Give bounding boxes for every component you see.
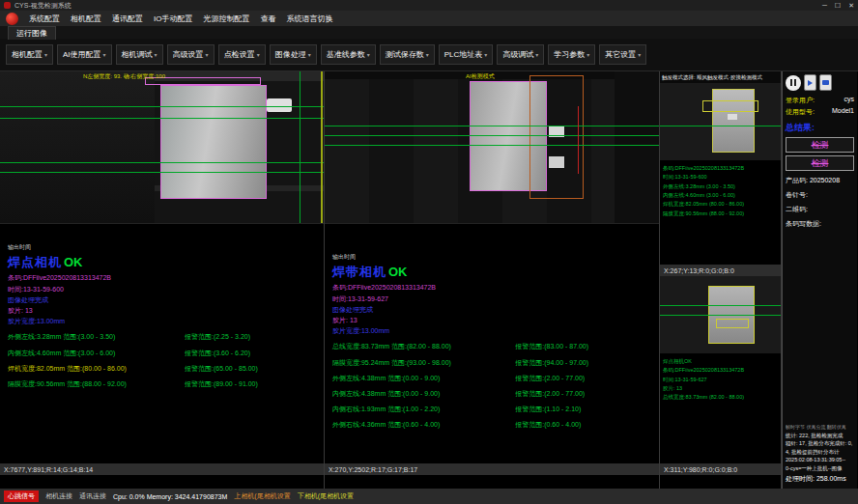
app-icon bbox=[4, 2, 11, 9]
machine-shadow bbox=[0, 71, 155, 223]
menu-camera-config[interactable]: 相机配置 bbox=[71, 14, 101, 24]
mid-camera-panel: AI检测模式 输出时间 焊带相机OK 条码:DFFiive20250208133… bbox=[325, 71, 660, 489]
stats-block: 统计: 222, 批检检测完成 辊针: 17, 批检分布完成针: 0, 4, 批… bbox=[786, 432, 854, 485]
product-code-field: 产品码: 20250208 bbox=[786, 176, 854, 185]
measure-line bbox=[325, 135, 659, 136]
main-area: N左侧宽度: 93. 确:右侧宽度:100 输出时间 焊点相机OK 条码:DFF… bbox=[0, 71, 858, 489]
thumb-panel-bottom: 焊点相机OK 条码:DFFiive2025020813313472B 时间:13… bbox=[660, 276, 781, 489]
measure-line bbox=[660, 315, 781, 316]
camera-view-mid[interactable]: AI检测模式 bbox=[325, 71, 659, 224]
toolbar-baseline-params-button[interactable]: 基准线参数 bbox=[321, 44, 376, 65]
measure-line bbox=[0, 172, 324, 173]
status-badge: OK bbox=[388, 265, 408, 279]
status-bar: 心跳信号 相机连接 通讯连接 Cpu: 0.0% Memory: 3424.41… bbox=[0, 489, 858, 504]
barcode-line: 条码:DFFiive2025020813313472B bbox=[332, 282, 653, 293]
toolbar-spot-check-button[interactable]: 点检设置 bbox=[218, 44, 266, 65]
info-sidebar: 登录用户: cys 使用型号: Model1 总结果: 检测 检测 产品码: 2… bbox=[782, 71, 857, 489]
window-title: CYS-视觉检测系统 bbox=[14, 1, 72, 11]
toolbar-image-processing-button[interactable]: 图像处理 bbox=[270, 44, 317, 65]
measurement-row: 外侧右线:4.36mm 范围:(0.60 - 4.00)报警范围:(0.60 -… bbox=[332, 419, 653, 430]
maximize-button[interactable]: ☐ bbox=[835, 2, 841, 10]
measure-line-red bbox=[578, 106, 579, 174]
total-result-label: 总结果: bbox=[786, 122, 854, 134]
toolbar-advanced-debug-button[interactable]: 高级调试 bbox=[497, 44, 544, 65]
barcode-write-field: 条码写数据: bbox=[786, 219, 854, 229]
glint-highlight bbox=[728, 114, 737, 120]
toolbar-learning-params-button[interactable]: 学习参数 bbox=[548, 44, 595, 65]
menu-io-manual-config[interactable]: IO手动配置 bbox=[154, 14, 192, 24]
menu-comm-config[interactable]: 通讯配置 bbox=[112, 14, 143, 24]
toolbar-ai-config-button[interactable]: AI使用配置 bbox=[57, 44, 112, 65]
pause-icon bbox=[790, 79, 796, 86]
status-badge: OK bbox=[64, 255, 83, 269]
measure-line bbox=[0, 118, 324, 119]
minimize-button[interactable]: ─ bbox=[822, 2, 827, 10]
model-row: 使用型号: Model1 bbox=[786, 107, 854, 117]
measurement-row: 外侧左线:4.38mm 范围:(0.00 - 9.00)报警范围:(2.00 -… bbox=[332, 373, 653, 383]
measurement-row: 隔膜宽度:95.24mm 范围:(93.00 - 98.00)报警范围:(94.… bbox=[332, 357, 653, 368]
ai-roi-box bbox=[529, 75, 584, 199]
pixel-readout-thumb-bottom: X:311;Y:980;R:0;G:0;B:0 bbox=[660, 463, 781, 475]
camera-view-thumb-top[interactable] bbox=[660, 83, 781, 160]
extra-line: 胶片宽度:13.00mm bbox=[332, 325, 653, 336]
title-bar: CYS-视觉检测系统 ─ ☐ ✕ bbox=[0, 0, 858, 11]
barcode-line: 条码:DFFiive2025020813313472B bbox=[8, 272, 318, 283]
login-user-row: 登录用户: cys bbox=[786, 96, 854, 105]
toolbar-camera-config-button[interactable]: 相机配置 bbox=[6, 44, 53, 65]
toolbar-test-save-button[interactable]: 测试保存数 bbox=[380, 44, 435, 65]
measurement-row: 外侧左线:3.28mm 范围:(3.00 - 3.50)报警范围:(2.25 -… bbox=[8, 331, 318, 342]
thumb-top-text: 条码:DFFiive2025020813313472B 时间:13-31-59-… bbox=[660, 160, 781, 265]
snapshot-button[interactable] bbox=[819, 74, 832, 91]
toolbar-camera-debug-button[interactable]: 相机调试 bbox=[116, 44, 163, 65]
measurement-row: 内侧左线:4.60mm 范围:(3.00 - 6.00)报警范围:(3.60 -… bbox=[8, 348, 318, 358]
overlay-ai-label: AI检测模式 bbox=[466, 72, 495, 81]
measure-line bbox=[0, 106, 324, 107]
qrcode-field: 二维码: bbox=[786, 205, 854, 214]
result-text-left: 输出时间 焊点相机OK 条码:DFFiive2025020813313472B … bbox=[0, 224, 324, 463]
connector-part bbox=[267, 98, 292, 112]
live-view-button[interactable] bbox=[804, 74, 816, 91]
menu-light-control-config[interactable]: 光源控制配置 bbox=[203, 14, 249, 24]
roi-box bbox=[716, 319, 749, 328]
lower-camera-label: 下相机(尾相机设置 bbox=[298, 491, 354, 501]
camera-view-left[interactable]: N左侧宽度: 93. 确:右侧宽度:100 bbox=[0, 71, 324, 224]
panel-edge-line bbox=[321, 71, 323, 223]
measure-line bbox=[660, 126, 781, 126]
toolbar-advanced-settings-button[interactable]: 高级设置 bbox=[167, 44, 214, 65]
app-logo-icon bbox=[6, 13, 18, 25]
upper-camera-label: 上相机(尾相机设置 bbox=[234, 491, 290, 501]
inspection-object bbox=[160, 85, 267, 199]
camera-link-indicator: 相机连接 bbox=[45, 491, 72, 501]
measure-line bbox=[325, 126, 659, 126]
pause-button[interactable] bbox=[786, 75, 801, 91]
pixel-readout-left: X:7677,Y:891;R:14;G:14;B:14 bbox=[0, 463, 324, 475]
measurement-row: 焊机宽度:82.05mm 范围:(80.00 - 86.00)报警范围:(65.… bbox=[8, 363, 318, 374]
tab-bar: 运行图像 bbox=[0, 26, 858, 39]
extra-line: 胶片宽度:13.00mm bbox=[8, 316, 318, 326]
toolbar-plc-address-button[interactable]: PLC地址表 bbox=[439, 44, 494, 65]
process-line: 图像处理完成 bbox=[332, 304, 653, 315]
menu-view[interactable]: 查看 bbox=[260, 14, 275, 24]
cpu-memory-readout: Cpu: 0.0% Memory: 3424.41790873M bbox=[113, 493, 227, 500]
overlay-measure-label: N左侧宽度: 93. 确:右侧宽度:100 bbox=[83, 72, 165, 81]
pre-title: 输出时间 bbox=[332, 253, 653, 263]
winding-pin-field: 卷针号: bbox=[786, 190, 854, 200]
result-headline: 焊带相机OK bbox=[332, 263, 653, 283]
result-text-mid: 输出时间 焊带相机OK 条码:DFFiive2025020813313472B … bbox=[325, 224, 659, 463]
measurement-row: 内侧左线:4.38mm 范围:(0.00 - 9.00)报警范围:(2.00 -… bbox=[332, 388, 653, 399]
thumb-panel-top: 条码:DFFiive2025020813313472B 时间:13-31-59-… bbox=[660, 83, 781, 276]
menu-bar: 系统配置 相机配置 通讯配置 IO手动配置 光源控制配置 查看 系统语言切换 bbox=[0, 11, 858, 26]
thumb-bottom-text: 焊点相机OK 条码:DFFiive2025020813313472B 时间:13… bbox=[660, 353, 781, 463]
menu-language-switch[interactable]: 系统语言切换 bbox=[286, 14, 332, 24]
camera-view-thumb-bottom[interactable] bbox=[660, 276, 781, 353]
tab-run-image[interactable]: 运行图像 bbox=[8, 26, 56, 40]
pre-title: 输出时间 bbox=[8, 243, 318, 253]
time-line: 时间:13-31-59-600 bbox=[8, 284, 318, 294]
toolbar-other-settings-button[interactable]: 其它设置 bbox=[599, 44, 646, 65]
measure-line bbox=[660, 305, 781, 306]
measure-line bbox=[0, 162, 324, 163]
result-box-1: 检测 bbox=[786, 137, 854, 153]
roi-box bbox=[702, 100, 758, 112]
menu-system-config[interactable]: 系统配置 bbox=[29, 14, 60, 24]
close-button[interactable]: ✕ bbox=[848, 2, 854, 10]
